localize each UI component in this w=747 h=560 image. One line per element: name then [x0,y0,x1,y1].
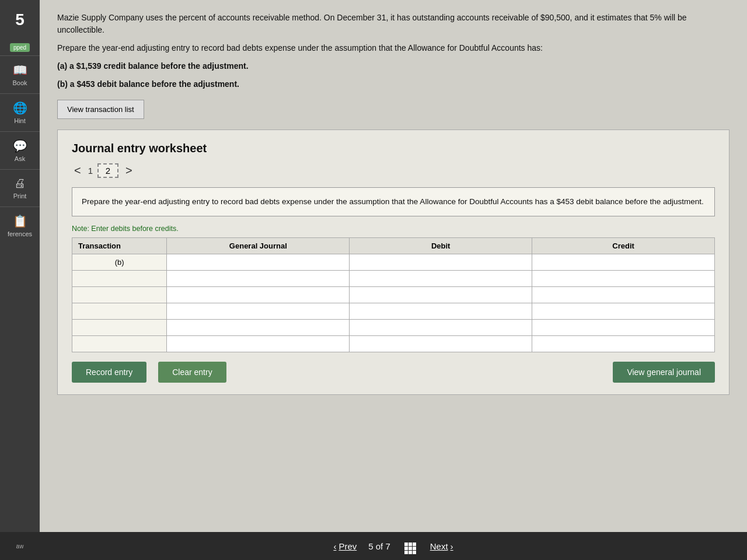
debit-cell-6[interactable] [350,336,532,352]
debit-input-5[interactable] [350,320,532,335]
general-journal-input-6[interactable] [167,336,349,352]
general-journal-input-5[interactable] [167,320,349,335]
credit-cell-4[interactable] [532,303,715,320]
next-button[interactable]: Next › [430,541,453,551]
general-journal-input-3[interactable] [167,287,349,303]
nav-page-2-active[interactable]: 2 [97,163,118,178]
debit-cell-3[interactable] [350,287,532,303]
credit-input-3[interactable] [532,287,714,303]
table-row [72,287,715,303]
view-transaction-button[interactable]: View transaction list [57,100,144,119]
page-info: 5 of 7 [368,541,390,551]
table-row [72,303,715,320]
sidebar-item-hint[interactable]: 🌐 Hint [0,93,40,131]
hint-icon: 🌐 [13,101,27,115]
sidebar: 5 pped 📖 Book 🌐 Hint 💬 Ask 🖨 Print 📋 fer… [0,0,40,560]
sidebar-label-ask: Ask [15,155,25,162]
nav-next-button[interactable]: > [123,164,135,177]
record-entry-button[interactable]: Record entry [72,362,146,383]
prev-button[interactable]: ‹ Prev [333,541,357,551]
sidebar-item-book[interactable]: 📖 Book [0,55,40,93]
instruction-box: Prepare the year-end adjusting entry to … [72,187,715,216]
general-journal-input-1[interactable] [167,254,349,270]
table-row [72,271,715,287]
print-icon: 🖨 [14,177,26,190]
debit-cell-1[interactable] [350,254,532,271]
credit-cell-3[interactable] [532,287,715,303]
bottom-navigation: ‹ Prev 5 of 7 Next › [40,532,747,560]
sidebar-number: 5 [15,6,25,34]
debit-cell-4[interactable] [350,303,532,320]
credit-cell-1[interactable] [532,254,715,271]
book-icon: 📖 [13,63,27,77]
sidebar-label-references: ferences [8,230,32,237]
general-journal-cell-6[interactable] [167,336,350,352]
table-row [72,336,715,352]
question-paragraph2: Prepare the year-end adjusting entry to … [57,42,729,54]
next-label: Next [430,541,448,551]
nav-page-1: 1 [88,166,93,176]
transaction-cell-3 [72,287,167,303]
credit-input-1[interactable] [532,254,714,270]
credit-input-2[interactable] [532,271,714,286]
credit-input-6[interactable] [532,336,714,352]
debit-input-3[interactable] [350,287,532,303]
sidebar-item-references[interactable]: 📋 ferences [0,206,40,244]
prev-label: Prev [338,541,357,551]
credit-cell-5[interactable] [532,320,715,336]
sidebar-item-ask[interactable]: 💬 Ask [0,131,40,169]
grid-dots-icon [402,538,418,554]
law-bar: aw [0,532,40,560]
note-text: Note: Enter debits before credits. [72,225,715,233]
transaction-cell-5 [72,320,167,336]
col-header-credit: Credit [532,238,715,254]
worksheet-title: Journal entry worksheet [72,142,715,155]
question-section: Mazie Supply Company uses the percent of… [57,12,729,90]
col-header-debit: Debit [350,238,532,254]
credit-input-5[interactable] [532,320,714,335]
sidebar-item-print[interactable]: 🖨 Print [0,169,40,206]
credit-cell-6[interactable] [532,336,715,352]
credit-input-4[interactable] [532,303,714,319]
transaction-cell-1: (b) [72,254,167,271]
debit-cell-2[interactable] [350,271,532,287]
sidebar-label-print: Print [13,192,27,200]
ask-icon: 💬 [13,139,27,153]
prev-chevron-icon: ‹ [333,541,336,551]
transaction-cell-6 [72,336,167,352]
credit-cell-2[interactable] [532,271,715,287]
worksheet-nav: < 1 2 > [72,163,715,178]
general-journal-input-2[interactable] [167,271,349,286]
question-option-b: (b) a $453 debit balance before the adju… [57,78,729,90]
table-row: (b) [72,254,715,271]
col-header-general-journal: General Journal [167,238,350,254]
sidebar-badge: pped [10,43,30,52]
sidebar-label-hint: Hint [14,117,26,124]
question-option-a: (a) a $1,539 credit balance before the a… [57,60,729,72]
references-icon: 📋 [13,214,27,228]
view-general-journal-button[interactable]: View general journal [613,362,715,383]
debit-input-1[interactable] [350,254,532,270]
next-chevron-icon: › [451,541,453,551]
nav-prev-button[interactable]: < [72,164,83,177]
general-journal-cell-4[interactable] [167,303,350,320]
debit-cell-5[interactable] [350,320,532,336]
option-a-text: (a) a $1,539 credit balance before the a… [57,61,249,71]
transaction-cell-2 [72,271,167,287]
law-label: aw [16,543,24,550]
general-journal-cell-2[interactable] [167,271,350,287]
clear-entry-button[interactable]: Clear entry [158,362,226,383]
col-header-transaction: Transaction [72,238,167,254]
general-journal-cell-3[interactable] [167,287,350,303]
general-journal-input-4[interactable] [167,303,349,319]
table-row [72,320,715,336]
journal-table: Transaction General Journal Debit Credit… [72,237,715,352]
debit-input-6[interactable] [350,336,532,352]
option-b-text: (b) a $453 debit balance before the adju… [57,79,239,89]
debit-input-2[interactable] [350,271,532,286]
debit-input-4[interactable] [350,303,532,319]
general-journal-cell-1[interactable] [167,254,350,271]
general-journal-cell-5[interactable] [167,320,350,336]
question-paragraph1: Mazie Supply Company uses the percent of… [57,12,729,36]
journal-entry-worksheet: Journal entry worksheet < 1 2 > Prepare … [57,130,729,395]
